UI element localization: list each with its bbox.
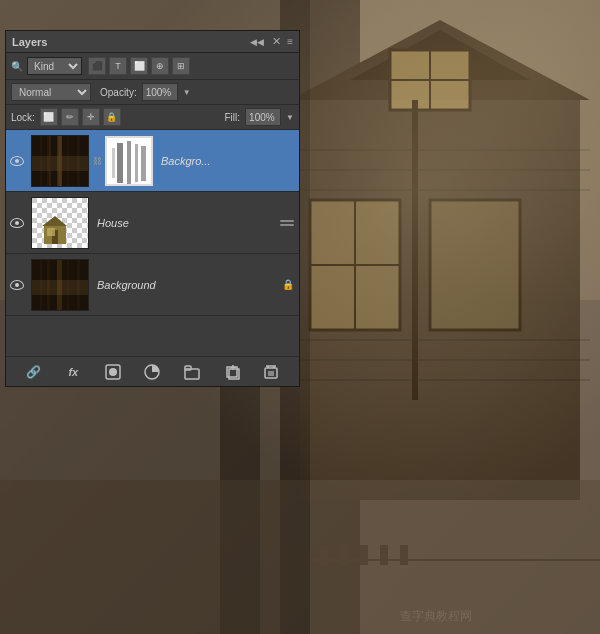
- layer-visibility-toggle[interactable]: [6, 156, 28, 166]
- layers-panel: Layers ◀◀ ✕ ≡ 🔍 Kind Name Effect Mode ⬛ …: [5, 30, 300, 387]
- layer-styles-button[interactable]: fx: [63, 362, 83, 382]
- layer-lock-icon: 🔒: [282, 279, 294, 290]
- svg-rect-53: [280, 224, 294, 226]
- panel-header-controls: ◀◀ ✕ ≡: [250, 35, 293, 48]
- eye-icon: [10, 156, 24, 166]
- svg-marker-6: [350, 30, 530, 80]
- layer-row[interactable]: ⛓ Backgro...: [6, 130, 299, 192]
- layer-row[interactable]: House: [6, 192, 299, 254]
- panel-double-arrow-icon[interactable]: ◀◀: [250, 37, 264, 47]
- opacity-input[interactable]: [142, 83, 178, 101]
- layer-name: Background: [92, 279, 282, 291]
- lock-all-icon[interactable]: 🔒: [103, 108, 121, 126]
- layer-thumbnail: [31, 259, 89, 311]
- filter-type-icon[interactable]: T: [109, 57, 127, 75]
- linked-icon: [280, 216, 294, 230]
- svg-point-62: [109, 368, 117, 376]
- svg-rect-60: [32, 280, 89, 295]
- layer-visibility-toggle[interactable]: [6, 218, 28, 228]
- kind-select[interactable]: Kind Name Effect Mode: [27, 57, 82, 75]
- svg-text:查字典教程网: 查字典教程网: [400, 609, 472, 623]
- fill-label: Fill:: [225, 112, 241, 123]
- new-fill-adjustment-button[interactable]: [142, 362, 162, 382]
- svg-rect-21: [0, 480, 600, 634]
- panel-menu-button[interactable]: ≡: [287, 36, 293, 47]
- add-mask-button[interactable]: [103, 362, 123, 382]
- delete-layer-button[interactable]: [261, 362, 281, 382]
- blend-mode-row: Normal Dissolve Multiply Screen Overlay …: [6, 80, 299, 105]
- fill-input[interactable]: [245, 108, 281, 126]
- layer-visibility-toggle[interactable]: [6, 280, 28, 290]
- layer-link-icon: ⛓: [92, 156, 102, 166]
- thumbnail-forest: [32, 136, 88, 186]
- panel-close-button[interactable]: ✕: [272, 35, 281, 48]
- layer-list-spacer: [6, 316, 299, 356]
- search-bar: 🔍 Kind Name Effect Mode ⬛ T ⬜ ⊕ ⊞: [6, 53, 299, 80]
- eye-icon: [10, 218, 24, 228]
- svg-rect-20: [412, 100, 418, 400]
- panel-header: Layers ◀◀ ✕ ≡: [6, 31, 299, 53]
- svg-rect-11: [430, 200, 520, 330]
- layer-row[interactable]: Background 🔒: [6, 254, 299, 316]
- bottom-toolbar: 🔗 fx: [6, 356, 299, 386]
- layer-name: House: [92, 217, 280, 229]
- filter-adjustment-icon[interactable]: ⊕: [151, 57, 169, 75]
- svg-rect-4: [300, 100, 580, 500]
- fill-arrow-icon[interactable]: ▼: [286, 113, 294, 122]
- lock-label: Lock:: [11, 112, 35, 123]
- filter-icons: ⬛ T ⬜ ⊕ ⊞: [88, 57, 190, 75]
- opacity-arrow-icon[interactable]: ▼: [183, 88, 191, 97]
- svg-rect-52: [280, 220, 294, 222]
- layer-thumbnail: [31, 135, 89, 187]
- svg-rect-41: [141, 146, 146, 181]
- svg-rect-65: [185, 366, 191, 370]
- svg-rect-10: [310, 200, 400, 330]
- svg-rect-31: [57, 136, 62, 187]
- layer-thumbnail: [31, 197, 89, 249]
- link-layers-button[interactable]: 🔗: [24, 362, 44, 382]
- svg-rect-23: [320, 545, 328, 565]
- panel-title: Layers: [12, 36, 47, 48]
- filter-pixel-icon[interactable]: ⬛: [88, 57, 106, 75]
- chain-icon: ⛓: [93, 156, 102, 166]
- svg-rect-42: [112, 148, 115, 178]
- svg-rect-36: [32, 156, 89, 171]
- lock-transparent-icon[interactable]: ⬜: [40, 108, 58, 126]
- filter-smart-icon[interactable]: ⊞: [172, 57, 190, 75]
- svg-rect-51: [47, 228, 55, 236]
- svg-rect-26: [380, 545, 388, 565]
- new-group-button[interactable]: [182, 362, 202, 382]
- layer-mask-thumbnail: [105, 136, 153, 186]
- lock-row: Lock: ⬜ ✏ ✛ 🔒 Fill: ▼: [6, 105, 299, 130]
- search-icon: 🔍: [11, 61, 23, 72]
- lock-brush-icon[interactable]: ✏: [61, 108, 79, 126]
- filter-shape-icon[interactable]: ⬜: [130, 57, 148, 75]
- svg-rect-24: [340, 545, 348, 565]
- svg-marker-5: [290, 20, 590, 100]
- blend-mode-select[interactable]: Normal Dissolve Multiply Screen Overlay: [11, 83, 91, 101]
- lock-icons: ⬜ ✏ ✛ 🔒: [40, 108, 121, 126]
- svg-rect-38: [117, 143, 123, 183]
- new-layer-button[interactable]: [222, 362, 242, 382]
- opacity-label: Opacity:: [100, 87, 137, 98]
- svg-rect-27: [400, 545, 408, 565]
- svg-rect-40: [135, 144, 138, 182]
- svg-rect-39: [127, 141, 131, 185]
- layer-name: Backgro...: [156, 155, 299, 167]
- lock-move-icon[interactable]: ✛: [82, 108, 100, 126]
- svg-rect-7: [390, 50, 470, 110]
- svg-rect-25: [360, 545, 368, 565]
- eye-icon: [10, 280, 24, 290]
